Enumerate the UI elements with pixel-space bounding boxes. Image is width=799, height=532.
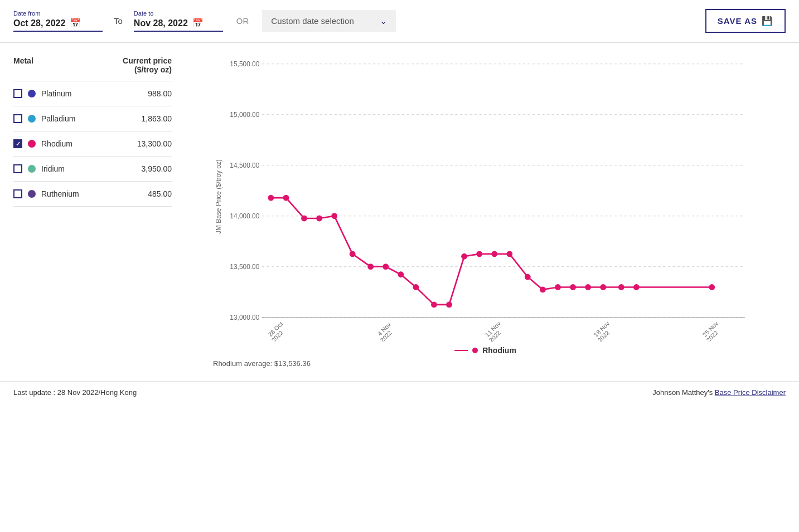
metal-row-left: Iridium: [13, 164, 65, 173]
footer: Last update : 28 Nov 2022/Hong Kong John…: [0, 381, 799, 403]
top-bar: Date from Oct 28, 2022 📅 To Date to Nov …: [0, 0, 799, 43]
metal-row-left: Palladium: [13, 114, 75, 123]
date-to-field[interactable]: Date to Nov 28, 2022 📅: [134, 10, 223, 32]
legend-label: Rhodium: [482, 346, 516, 355]
metal-rows-container: Platinum988.00Palladium1,863.00Rhodium13…: [13, 81, 172, 207]
y-axis-label: JM Base Price ($/troy oz): [215, 159, 222, 234]
metal-color-dot: [28, 90, 36, 97]
main-content: Metal Current price($/troy oz) Platinum9…: [0, 43, 799, 377]
data-point: [446, 302, 452, 308]
data-point: [331, 213, 337, 219]
metal-color-dot: [28, 115, 36, 123]
chart-average: Rhodium average: $13,536.36: [185, 359, 786, 368]
save-icon: 💾: [762, 16, 773, 26]
data-point: [398, 271, 404, 277]
metal-row-left: Ruthenium: [13, 189, 79, 198]
legend-line: [454, 350, 468, 351]
last-update-text: Last update : 28 Nov 2022/Hong Kong: [13, 388, 137, 397]
data-point: [367, 263, 374, 270]
svg-text:15,000.00: 15,000.00: [230, 111, 259, 119]
data-point: [461, 253, 467, 260]
metal-checkbox[interactable]: [13, 189, 22, 198]
metal-color-dot: [28, 165, 36, 173]
svg-text:14,000.00: 14,000.00: [230, 212, 259, 220]
table-header: Metal Current price($/troy oz): [13, 52, 172, 81]
date-from-field[interactable]: Date from Oct 28, 2022 📅: [13, 10, 103, 32]
table-row: Platinum988.00: [13, 81, 172, 106]
metal-color-dot: [28, 140, 36, 148]
col-metal-header: Metal: [13, 56, 33, 74]
table-row: Iridium3,950.00: [13, 157, 172, 182]
data-point: [709, 284, 715, 290]
metal-color-dot: [28, 190, 36, 198]
data-point: [618, 284, 624, 290]
date-from-value: Oct 28, 2022: [13, 18, 65, 28]
data-point: [382, 263, 389, 270]
data-point: [540, 286, 546, 292]
metal-row-left: Rhodium: [13, 139, 72, 148]
data-point: [491, 251, 497, 257]
date-to-label: Date to: [134, 10, 223, 17]
disclaimer-text: Johnson Matthey's Base Price Disclaimer: [652, 388, 786, 397]
disclaimer-link[interactable]: Base Price Disclaimer: [715, 388, 786, 397]
metal-price: 3,950.00: [142, 164, 172, 173]
legend-dot: [472, 348, 478, 353]
metal-name: Platinum: [41, 89, 71, 98]
chevron-down-icon: ⌄: [380, 16, 387, 26]
metal-price: 13,300.00: [137, 139, 172, 148]
metal-name: Palladium: [41, 114, 75, 123]
disclaimer-prefix: Johnson Matthey's: [652, 388, 715, 397]
metal-price: 485.00: [148, 189, 172, 198]
data-point: [506, 251, 512, 257]
col-price-header: Current price($/troy oz): [123, 56, 172, 74]
save-as-button[interactable]: SAVE AS 💾: [705, 9, 786, 33]
to-label: To: [114, 16, 123, 26]
chart-svg: JM Base Price ($/troy oz) 15,500.00 15,0…: [185, 52, 786, 341]
metal-name: Ruthenium: [41, 189, 79, 198]
data-point: [585, 284, 591, 290]
svg-text:14,500.00: 14,500.00: [230, 162, 259, 169]
rhodium-line: [271, 198, 712, 305]
data-point: [301, 216, 307, 222]
svg-text:15,500.00: 15,500.00: [230, 60, 259, 68]
data-point: [413, 284, 419, 290]
calendar-from-icon[interactable]: 📅: [70, 18, 81, 28]
data-point: [633, 284, 640, 290]
metal-price: 1,863.00: [142, 114, 172, 123]
custom-date-dropdown[interactable]: Custom date selection ⌄: [262, 10, 396, 32]
metal-table: Metal Current price($/troy oz) Platinum9…: [13, 52, 181, 368]
data-point: [525, 274, 531, 280]
table-row: Palladium1,863.00: [13, 106, 172, 131]
data-point: [268, 195, 274, 201]
metal-checkbox[interactable]: [13, 114, 22, 123]
save-as-label: SAVE AS: [718, 16, 757, 26]
data-point: [350, 251, 356, 257]
custom-date-label: Custom date selection: [271, 16, 354, 26]
table-row: Ruthenium485.00: [13, 182, 172, 207]
metal-name: Rhodium: [41, 139, 72, 148]
data-point: [476, 251, 482, 257]
chart-area: JM Base Price ($/troy oz) 15,500.00 15,0…: [181, 52, 786, 368]
data-point: [600, 284, 606, 290]
data-point: [283, 195, 289, 201]
metal-checkbox[interactable]: [13, 89, 22, 98]
metal-checkbox[interactable]: [13, 164, 22, 173]
data-point: [570, 284, 576, 290]
svg-text:13,000.00: 13,000.00: [230, 314, 259, 321]
metal-checkbox[interactable]: [13, 139, 22, 148]
date-to-value: Nov 28, 2022: [134, 18, 188, 28]
metal-name: Iridium: [41, 164, 65, 173]
date-from-label: Date from: [13, 10, 103, 17]
metal-price: 988.00: [148, 89, 172, 98]
chart-legend: Rhodium: [185, 346, 786, 355]
data-point: [555, 284, 561, 290]
data-point: [431, 302, 437, 308]
table-row: Rhodium13,300.00: [13, 131, 172, 157]
chart-container: JM Base Price ($/troy oz) 15,500.00 15,0…: [185, 52, 786, 341]
calendar-to-icon[interactable]: 📅: [192, 18, 204, 28]
data-point: [316, 216, 322, 222]
or-label: OR: [236, 16, 249, 26]
svg-text:13,500.00: 13,500.00: [230, 263, 259, 271]
metal-row-left: Platinum: [13, 89, 71, 98]
